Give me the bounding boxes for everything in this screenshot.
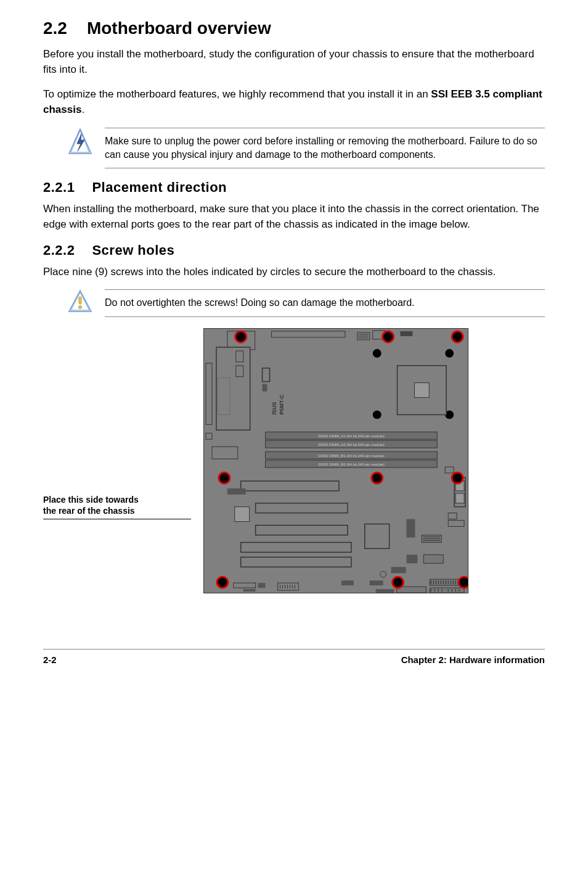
subsection-2-title: Screw holes [92, 242, 174, 258]
svg-rect-45 [448, 513, 457, 519]
svg-rect-37 [235, 506, 250, 521]
section-title: Motherboard overview [87, 19, 271, 38]
svg-rect-33 [212, 447, 238, 459]
svg-rect-34 [445, 467, 454, 473]
svg-rect-60 [243, 589, 256, 592]
side-label-line-1: Place this side towards [43, 494, 191, 505]
svg-rect-61 [277, 583, 298, 590]
svg-rect-46 [448, 520, 464, 526]
diagram-side-label: Place this side towards the rear of the … [43, 402, 191, 519]
screw-hole-6 [452, 472, 463, 484]
svg-rect-39 [256, 525, 348, 535]
dimm-b1: DDR2 DIMM_B1 (64 bit,240-pin module) [318, 454, 384, 458]
dimm-b2: DDR2 DIMM_B2 (64 bit,240-pin module) [318, 463, 384, 466]
svg-rect-22 [206, 363, 212, 424]
svg-rect-24 [206, 433, 212, 439]
caution-icon [68, 289, 92, 314]
lightning-icon [68, 128, 92, 156]
svg-rect-36 [227, 488, 246, 494]
svg-rect-69 [341, 580, 354, 585]
dimm-a1: DDR2 DIMM_A1 (64 bit,240-pin module) [318, 434, 384, 438]
side-label-line-2: the rear of the chassis [43, 505, 191, 516]
screw-hole-2 [383, 331, 394, 342]
svg-rect-40 [241, 542, 351, 552]
motherboard-svg: /SUS P5MT-C DDR2 DIMM_A1 (64 bit,240-pin… [203, 328, 468, 593]
leader-line [43, 519, 191, 519]
danger-note: Make sure to unplug the power cord befor… [68, 128, 545, 169]
svg-rect-35 [241, 481, 339, 491]
screw-hole-7 [217, 577, 228, 588]
svg-rect-19 [216, 347, 250, 430]
svg-rect-55 [391, 567, 406, 573]
caution-note-text: Do not overtighten the screws! Doing so … [105, 289, 545, 316]
svg-rect-38 [256, 503, 348, 513]
footer-chapter: Chapter 2: Hardware information [401, 654, 545, 665]
board-model: P5MT-C [279, 394, 285, 415]
board-brand: /SUS [271, 402, 277, 415]
svg-rect-26 [263, 384, 267, 391]
subsection-1-paragraph: When installing the motherboard, make su… [43, 202, 545, 232]
svg-point-15 [373, 349, 382, 358]
svg-rect-14 [401, 331, 413, 336]
svg-point-5 [79, 306, 82, 309]
svg-rect-59 [258, 583, 266, 588]
svg-rect-41 [241, 557, 351, 567]
dimm-a2: DDR2 DIMM_A2 (64 bit,240-pin module) [318, 443, 384, 447]
intro-paragraph-2: To optimize the motherboard features, we… [43, 87, 545, 117]
svg-rect-70 [376, 589, 394, 593]
section-heading: 2.2 Motherboard overview [43, 19, 545, 38]
svg-rect-8 [271, 331, 345, 337]
svg-rect-53 [406, 555, 417, 563]
subsection-2-paragraph: Place nine (9) screws into the holes ind… [43, 265, 545, 280]
screw-hole-1 [235, 331, 247, 342]
subsection-2-heading: 2.2.2 Screw holes [43, 242, 545, 258]
intro-p2-a: To optimize the motherboard features, we… [43, 88, 431, 100]
intro-paragraph-1: Before you install the motherboard, stud… [43, 47, 545, 77]
screw-hole-5 [372, 472, 383, 484]
subsection-1-heading: 2.2.1 Placement direction [43, 179, 545, 196]
svg-rect-47 [365, 524, 390, 548]
svg-rect-54 [423, 555, 443, 563]
caution-note: Do not overtighten the screws! Doing so … [68, 289, 545, 316]
svg-rect-58 [234, 583, 256, 588]
danger-note-text: Make sure to unplug the power cord befor… [105, 128, 545, 169]
screw-hole-4 [219, 472, 230, 484]
svg-point-16 [445, 349, 454, 358]
svg-rect-48 [406, 519, 415, 537]
section-number: 2.2 [43, 19, 67, 38]
svg-rect-57 [370, 580, 383, 585]
footer-page-number: 2-2 [43, 654, 57, 665]
svg-rect-44 [455, 493, 464, 503]
screw-hole-9 [459, 577, 468, 588]
intro-p2-c: . [81, 104, 84, 115]
motherboard-diagram-area: Place this side towards the rear of the … [43, 328, 545, 593]
screw-hole-3 [452, 331, 463, 342]
svg-point-17 [373, 410, 382, 419]
subsection-1-title: Placement direction [92, 179, 227, 196]
subsection-1-num: 2.2.1 [43, 179, 75, 196]
svg-rect-4 [79, 297, 81, 304]
subsection-2-num: 2.2.2 [43, 242, 75, 258]
screw-hole-8 [393, 577, 404, 588]
page-footer: 2-2 Chapter 2: Hardware information [43, 649, 545, 665]
svg-rect-28 [414, 382, 429, 397]
